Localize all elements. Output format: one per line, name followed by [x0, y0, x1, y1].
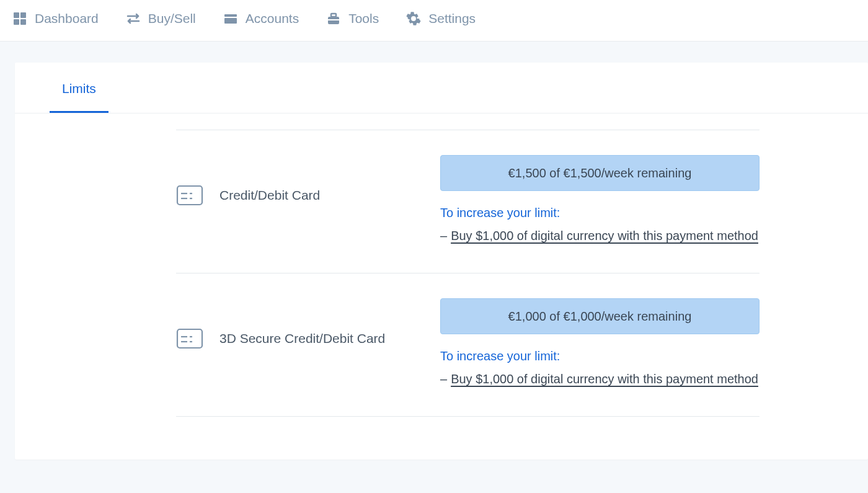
nav-label: Settings: [428, 11, 476, 26]
limit-progress: €1,500 of €1,500/week remaining: [440, 155, 760, 191]
svg-rect-2: [14, 19, 19, 25]
tools-icon: [326, 11, 341, 26]
limits-body: Credit/Debit Card €1,500 of €1,500/week …: [15, 113, 868, 417]
nav-label: Tools: [348, 11, 379, 26]
nav-buy-sell[interactable]: Buy/Sell: [126, 11, 196, 26]
svg-rect-1: [20, 12, 26, 18]
nav-settings[interactable]: Settings: [406, 11, 476, 26]
svg-rect-4: [224, 14, 237, 17]
tabs-bar: Limits: [15, 63, 868, 113]
svg-rect-7: [331, 14, 336, 17]
top-nav: Dashboard Buy/Sell Accounts Tools Settin…: [0, 0, 868, 42]
tab-limits[interactable]: Limits: [50, 63, 108, 113]
increase-limit-action: –Buy $1,000 of digital currency with thi…: [440, 372, 760, 386]
limit-row: Credit/Debit Card €1,500 of €1,500/week …: [176, 130, 760, 273]
divider: [176, 416, 760, 417]
dashboard-icon: [12, 11, 27, 26]
nav-label: Accounts: [246, 11, 299, 26]
limit-row-right: €1,500 of €1,500/week remaining To incre…: [440, 155, 760, 243]
limit-title: 3D Secure Credit/Debit Card: [219, 331, 385, 346]
bullet: –: [440, 229, 447, 242]
limit-title: Credit/Debit Card: [219, 188, 320, 203]
buy-sell-icon: [126, 11, 141, 26]
increase-limit-action: –Buy $1,000 of digital currency with thi…: [440, 229, 760, 243]
nav-accounts[interactable]: Accounts: [223, 11, 299, 26]
content-area: Limits Credit/Debit Card €1,500 of €1,50…: [0, 42, 868, 460]
limit-row-left: 3D Secure Credit/Debit Card: [176, 298, 440, 349]
bullet: –: [440, 372, 447, 386]
svg-rect-3: [20, 19, 26, 25]
increase-limit-label: To increase your limit:: [440, 206, 760, 220]
limit-progress-text: €1,000 of €1,000/week remaining: [508, 309, 692, 324]
svg-rect-0: [14, 12, 19, 18]
limits-card: Limits Credit/Debit Card €1,500 of €1,50…: [15, 63, 868, 460]
nav-tools[interactable]: Tools: [326, 11, 379, 26]
increase-limit-label: To increase your limit:: [440, 349, 760, 363]
svg-rect-9: [177, 186, 202, 205]
nav-dashboard[interactable]: Dashboard: [12, 11, 99, 26]
limit-row: 3D Secure Credit/Debit Card €1,000 of €1…: [176, 273, 760, 416]
accounts-icon: [223, 11, 238, 26]
credit-card-icon: [176, 328, 203, 349]
increase-limit-link[interactable]: Buy $1,000 of digital currency with this…: [451, 372, 758, 386]
increase-limit-link[interactable]: Buy $1,000 of digital currency with this…: [451, 229, 758, 242]
svg-rect-5: [224, 18, 237, 24]
nav-label: Dashboard: [35, 11, 99, 26]
limit-progress-text: €1,500 of €1,500/week remaining: [508, 166, 692, 180]
svg-rect-14: [177, 329, 202, 348]
gear-icon: [406, 11, 421, 26]
svg-rect-8: [328, 19, 339, 20]
nav-label: Buy/Sell: [148, 11, 196, 26]
limit-row-right: €1,000 of €1,000/week remaining To incre…: [440, 298, 760, 386]
credit-card-icon: [176, 185, 203, 206]
limit-row-left: Credit/Debit Card: [176, 155, 440, 206]
limit-progress: €1,000 of €1,000/week remaining: [440, 298, 760, 334]
